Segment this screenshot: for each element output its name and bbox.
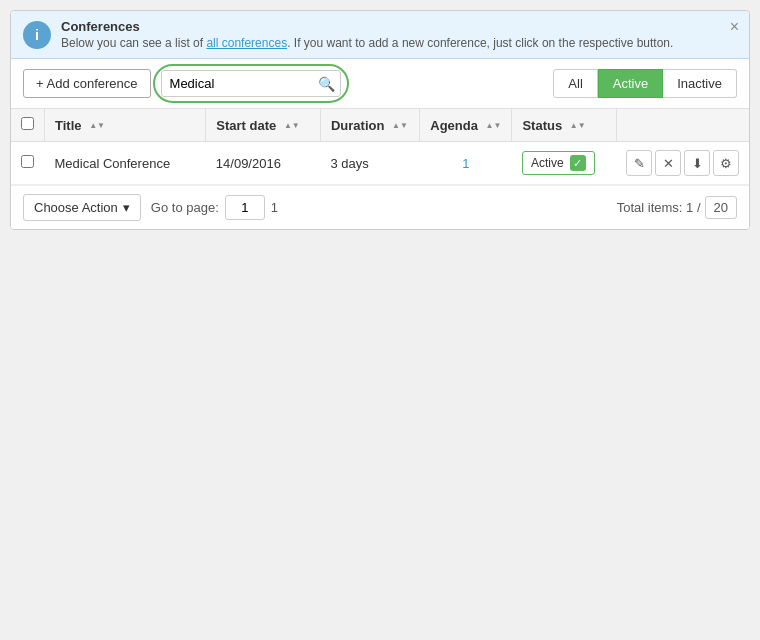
edit-button[interactable]: ✎ xyxy=(626,150,652,176)
dropdown-icon: ▾ xyxy=(123,200,130,215)
sort-date-icon: ▲▼ xyxy=(284,122,300,130)
table-header-row: Title ▲▼ Start date ▲▼ Duration ▲▼ Agend… xyxy=(11,109,749,142)
page-input[interactable] xyxy=(225,195,265,220)
search-icon: 🔍 xyxy=(318,76,335,92)
row-checkbox-cell xyxy=(11,142,45,185)
download-button[interactable]: ⬇ xyxy=(684,150,710,176)
info-banner: i Conferences Below you can see a list o… xyxy=(11,11,749,59)
settings-icon: ⚙ xyxy=(720,156,732,171)
info-icon: i xyxy=(23,21,51,49)
add-conference-button[interactable]: + Add conference xyxy=(23,69,151,98)
row-actions: ✎ ✕ ⬇ ⚙ xyxy=(616,142,749,185)
delete-button[interactable]: ✕ xyxy=(655,150,681,176)
header-duration[interactable]: Duration ▲▼ xyxy=(320,109,419,142)
page-total: 1 xyxy=(271,200,278,215)
total-info: Total items: 1 / 20 xyxy=(617,196,737,219)
search-button[interactable]: 🔍 xyxy=(318,76,335,92)
table-row: Medical Conference 14/09/2016 3 days 1 A… xyxy=(11,142,749,185)
search-input[interactable] xyxy=(161,70,341,97)
row-title: Medical Conference xyxy=(45,142,206,185)
banner-text: Conferences Below you can see a list of … xyxy=(61,19,737,50)
filter-group: All Active Inactive xyxy=(553,69,737,98)
row-start-date: 14/09/2016 xyxy=(206,142,321,185)
choose-action-button[interactable]: Choose Action ▾ xyxy=(23,194,141,221)
main-container: i Conferences Below you can see a list o… xyxy=(10,10,750,230)
row-status: Active ✓ xyxy=(512,142,616,185)
table-footer: Choose Action ▾ Go to page: 1 Total item… xyxy=(11,185,749,229)
header-actions xyxy=(616,109,749,142)
action-buttons: ✎ ✕ ⬇ ⚙ xyxy=(626,150,739,176)
filter-all-button[interactable]: All xyxy=(553,69,597,98)
banner-title: Conferences xyxy=(61,19,737,34)
filter-inactive-button[interactable]: Inactive xyxy=(663,69,737,98)
go-to-page: Go to page: 1 xyxy=(151,195,278,220)
per-page-button[interactable]: 20 xyxy=(705,196,737,219)
header-checkbox-cell xyxy=(11,109,45,142)
toolbar: + Add conference 🔍 All Active Inactive xyxy=(11,59,749,109)
close-banner-button[interactable]: × xyxy=(730,19,739,35)
header-status[interactable]: Status ▲▼ xyxy=(512,109,616,142)
select-all-checkbox[interactable] xyxy=(21,117,34,130)
status-badge: Active ✓ xyxy=(522,151,595,175)
sort-agenda-icon: ▲▼ xyxy=(486,122,502,130)
agenda-link[interactable]: 1 xyxy=(462,156,469,171)
sort-title-icon: ▲▼ xyxy=(89,122,105,130)
conferences-table: Title ▲▼ Start date ▲▼ Duration ▲▼ Agend… xyxy=(11,109,749,185)
table-container: Title ▲▼ Start date ▲▼ Duration ▲▼ Agend… xyxy=(11,109,749,185)
go-to-page-label: Go to page: xyxy=(151,200,219,215)
all-conferences-link[interactable]: all conferences xyxy=(206,36,287,50)
delete-icon: ✕ xyxy=(663,156,674,171)
edit-icon: ✎ xyxy=(634,156,645,171)
header-title[interactable]: Title ▲▼ xyxy=(45,109,206,142)
row-checkbox[interactable] xyxy=(21,155,34,168)
settings-button[interactable]: ⚙ xyxy=(713,150,739,176)
choose-action-label: Choose Action xyxy=(34,200,118,215)
row-duration: 3 days xyxy=(320,142,419,185)
banner-description: Below you can see a list of all conferen… xyxy=(61,36,737,50)
header-agenda[interactable]: Agenda ▲▼ xyxy=(420,109,512,142)
download-icon: ⬇ xyxy=(692,156,703,171)
total-items-label: Total items: 1 / xyxy=(617,200,701,215)
sort-duration-icon: ▲▼ xyxy=(392,122,408,130)
status-check-icon: ✓ xyxy=(570,155,586,171)
sort-status-icon: ▲▼ xyxy=(570,122,586,130)
filter-active-button[interactable]: Active xyxy=(598,69,663,98)
header-start-date[interactable]: Start date ▲▼ xyxy=(206,109,321,142)
status-label: Active xyxy=(531,156,564,170)
search-wrapper: 🔍 xyxy=(161,70,341,97)
row-agenda: 1 xyxy=(420,142,512,185)
